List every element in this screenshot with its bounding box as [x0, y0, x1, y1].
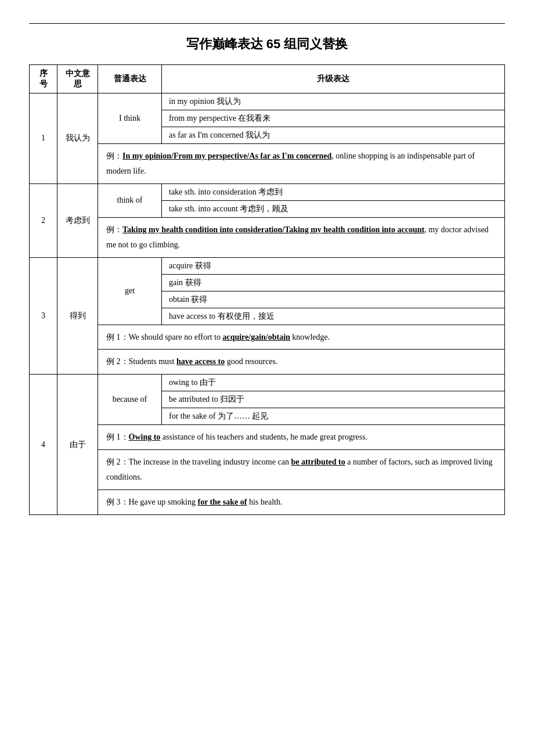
header-common: 普通表达 — [98, 65, 162, 93]
upgrade-3-4: have access to 有权使用，接近 — [162, 308, 505, 325]
upgrade-1-1: in my opinion 我认为 — [162, 93, 505, 110]
seq-1: 1 — [30, 93, 57, 184]
example-3-2: 例 2：Students must have access to good re… — [98, 350, 505, 375]
upgrade-4-3: for the sake of 为了…… 起见 — [162, 408, 505, 425]
common-4: because of — [98, 375, 162, 425]
page-title: 写作巅峰表达 65 组同义替换 — [29, 35, 505, 53]
upgrade-4-2: be attributed to 归因于 — [162, 391, 505, 408]
example-4-1: 例 1：Owing to assistance of his teachers … — [98, 425, 505, 450]
example-2: 例：Taking my health condition into consid… — [98, 217, 505, 257]
upgrade-1-2: from my perspective 在我看来 — [162, 110, 505, 127]
example-4-2: 例 2：The increase in the traveling indust… — [98, 450, 505, 490]
upgrade-1-3: as far as I'm concerned 我认为 — [162, 127, 505, 144]
upgrade-4-1: owing to 由于 — [162, 375, 505, 391]
seq-4: 4 — [30, 375, 57, 515]
cn-3: 得到 — [57, 257, 98, 375]
cn-2: 考虑到 — [57, 183, 98, 257]
upgrade-2-1: take sth. into consideration 考虑到 — [162, 183, 505, 200]
upgrade-3-1: acquire 获得 — [162, 257, 505, 274]
upgrade-3-2: gain 获得 — [162, 274, 505, 291]
top-divider — [29, 23, 505, 24]
upgrade-3-3: obtain 获得 — [162, 291, 505, 308]
header-cn: 中文意思 — [57, 65, 98, 93]
seq-2: 2 — [30, 183, 57, 257]
example-3-1: 例 1：We should spare no effort to acquire… — [98, 325, 505, 350]
seq-3: 3 — [30, 257, 57, 375]
common-2: think of — [98, 183, 162, 217]
example-4-3: 例 3：He gave up smoking for the sake of h… — [98, 490, 505, 515]
header-seq: 序号 — [30, 65, 57, 93]
common-1: I think — [98, 93, 162, 144]
example-1: 例：In my opinion/From my perspective/As f… — [98, 144, 505, 184]
common-3: get — [98, 257, 162, 325]
cn-1: 我认为 — [57, 93, 98, 184]
main-table: 序号 中文意思 普通表达 升级表达 1 我认为 I think in my op… — [29, 64, 505, 515]
upgrade-2-2: take sth. into account 考虑到，顾及 — [162, 200, 505, 217]
cn-4: 由于 — [57, 375, 98, 515]
header-upgrade: 升级表达 — [162, 65, 505, 93]
